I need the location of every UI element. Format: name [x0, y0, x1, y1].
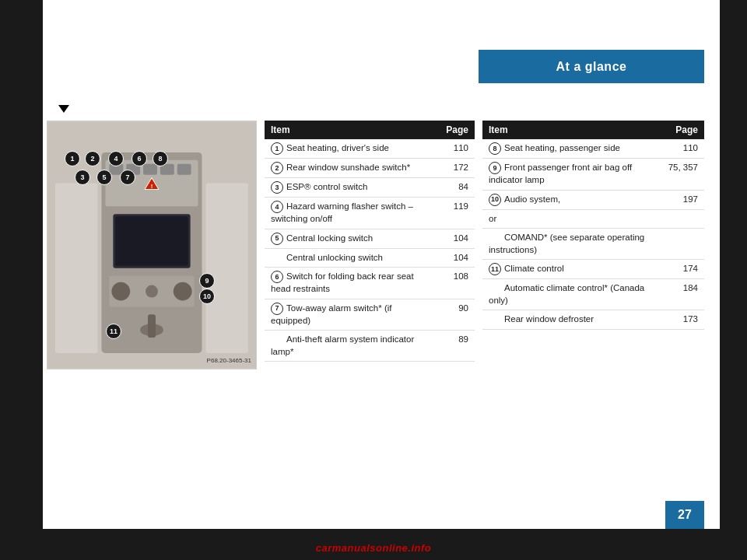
item-text: Anti-theft alarm system indicator lamp*: [271, 334, 414, 356]
table-row: 4Hazard warning flasher switch – switchi…: [265, 198, 475, 229]
right-table-item-header: Item: [482, 121, 662, 139]
or-text: or: [482, 209, 704, 229]
item-number: 10: [489, 194, 501, 206]
page-number-cell: 104: [440, 229, 475, 248]
item-cell: 6Switch for folding back rear seat head …: [265, 268, 440, 299]
item-number: 1: [271, 142, 283, 155]
num-9: 9: [199, 273, 215, 289]
table-row-or: or: [482, 209, 704, 229]
svg-rect-12: [143, 164, 157, 175]
svg-rect-9: [205, 184, 248, 353]
item-text: Automatic climate control* (Canada only): [489, 283, 644, 305]
page-number-cell: 104: [440, 248, 475, 268]
item-text: Audio system,: [504, 194, 560, 204]
page-number-cell: 119: [440, 198, 475, 229]
item-text: Front passenger front air bag off indica…: [489, 163, 632, 184]
item-cell: 4Hazard warning flasher switch – switchi…: [265, 198, 440, 229]
item-text: Rear window sunshade switch*: [286, 163, 410, 172]
item-number: 9: [489, 162, 501, 174]
item-cell: Central unlocking switch: [265, 248, 440, 268]
header-title: At a glance: [556, 60, 627, 74]
item-cell: COMAND* (see separate operating instruct…: [482, 229, 662, 260]
item-cell: 3ESP® control switch: [265, 178, 440, 198]
page-number-cell: 110: [662, 139, 704, 159]
table-row: Anti-theft alarm system indicator lamp*8…: [265, 331, 475, 362]
left-table: Item Page 1Seat heating, driver's side11…: [265, 121, 475, 362]
item-cell: 8Seat heating, passenger side: [482, 139, 662, 159]
car-label: P68.20-3465-31: [207, 357, 251, 364]
num-6: 6: [132, 151, 147, 166]
svg-rect-7: [148, 314, 156, 338]
item-cell: 7Tow-away alarm switch* (if equipped): [265, 299, 440, 331]
item-cell: 2Rear window sunshade switch*: [265, 159, 440, 178]
item-text: Central locking switch: [286, 233, 373, 243]
num-10: 10: [199, 289, 215, 304]
left-table-page-header: Page: [440, 121, 475, 139]
left-table-item-header: Item: [265, 121, 440, 139]
table-row: 7Tow-away alarm switch* (if equipped)90: [265, 299, 475, 331]
table-row: Automatic climate control* (Canada only)…: [482, 279, 704, 310]
watermark-text: carmanualsonline.info: [316, 542, 431, 554]
item-cell: 11Climate control: [482, 260, 662, 279]
table-row: 1Seat heating, driver's side110: [265, 139, 475, 159]
item-cell: Anti-theft alarm system indicator lamp*: [265, 331, 440, 362]
svg-rect-14: [177, 164, 191, 175]
item-number: 8: [489, 142, 501, 155]
item-text: ESP® control switch: [286, 182, 367, 191]
item-text: Tow-away alarm switch* (if equipped): [271, 303, 391, 325]
item-text: Switch for folding back rear seat head r…: [271, 271, 414, 293]
item-number: 11: [489, 263, 501, 275]
num-7: 7: [120, 170, 135, 185]
page-number-cell: 108: [440, 268, 475, 299]
page-number-cell: 197: [662, 190, 704, 209]
table-row: 3ESP® control switch84: [265, 178, 475, 198]
table-row: Central unlocking switch104: [265, 248, 475, 268]
page-number-cell: 184: [662, 279, 704, 310]
table-row: 2Rear window sunshade switch*172: [265, 159, 475, 178]
item-text: Central unlocking switch: [286, 253, 383, 262]
car-interior: ! 1 2 3 4 5 6 7 8 9 10 11: [47, 121, 256, 369]
svg-point-17: [111, 282, 130, 301]
svg-rect-4: [115, 216, 188, 266]
right-table-page-header: Page: [662, 121, 704, 139]
page-number-cell: 89: [440, 331, 475, 362]
item-text: COMAND* (see separate operating instruct…: [489, 233, 644, 254]
page-number-cell: 174: [662, 260, 704, 279]
table-row: 5Central locking switch104: [265, 229, 475, 248]
item-cell: Rear window defroster: [482, 310, 662, 330]
item-number: 5: [271, 233, 283, 245]
item-cell: 1Seat heating, driver's side: [265, 139, 440, 159]
item-cell: 9Front passenger front air bag off indic…: [482, 159, 662, 191]
item-text: Climate control: [504, 264, 564, 273]
item-number: 4: [271, 201, 283, 213]
num-1: 1: [65, 151, 80, 166]
table-row: 6Switch for folding back rear seat head …: [265, 268, 475, 299]
page-number-cell: [662, 229, 704, 260]
page-number-cell: 75, 357: [662, 159, 704, 191]
watermark: carmanualsonline.info: [316, 542, 431, 554]
table-row: Rear window defroster173: [482, 310, 704, 330]
table-row: 11Climate control174: [482, 260, 704, 279]
num-5: 5: [96, 170, 112, 185]
item-number: 7: [271, 303, 283, 315]
page-number-box: 27: [665, 501, 704, 529]
item-text: Hazard warning flasher switch – switchin…: [271, 201, 413, 223]
table-row: COMAND* (see separate operating instruct…: [482, 229, 704, 260]
item-text: Seat heating, driver's side: [286, 143, 389, 152]
item-number: 2: [271, 162, 283, 174]
header-bar: At a glance: [479, 50, 704, 83]
svg-text:!: !: [151, 183, 153, 190]
right-table: Item Page 8Seat heating, passenger side1…: [482, 121, 704, 330]
num-4: 4: [108, 151, 124, 166]
item-number: 3: [271, 181, 283, 194]
num-11: 11: [106, 324, 121, 339]
page-number-cell: 172: [440, 159, 475, 178]
table-row: 8Seat heating, passenger side110: [482, 139, 704, 159]
car-image: ! 1 2 3 4 5 6 7 8 9 10 11 P68.20-3465-31: [47, 121, 257, 369]
table-row: 9Front passenger front air bag off indic…: [482, 159, 704, 191]
down-arrow-icon: [58, 105, 69, 113]
num-2: 2: [85, 151, 100, 166]
item-cell: 5Central locking switch: [265, 229, 440, 248]
svg-point-19: [146, 285, 158, 298]
page-number-cell: 173: [662, 310, 704, 330]
